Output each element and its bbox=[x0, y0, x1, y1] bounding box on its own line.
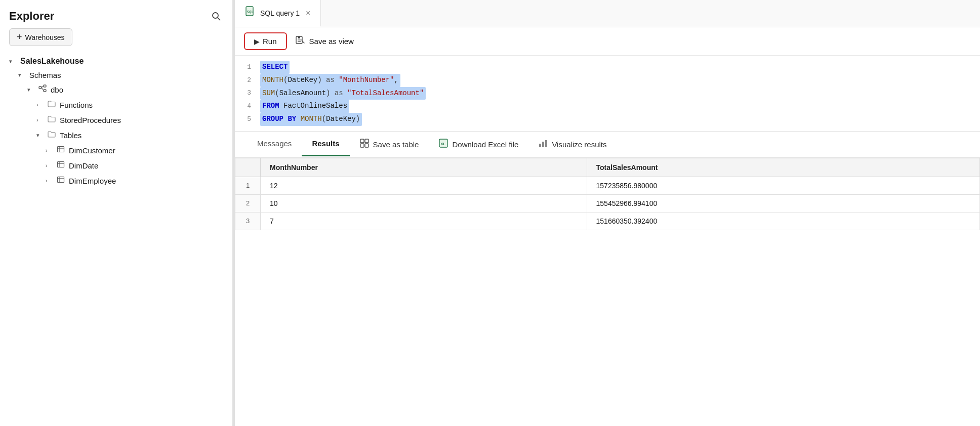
chevron-down-icon: ▾ bbox=[9, 58, 18, 65]
visualize-results-button[interactable]: Visualize results bbox=[528, 132, 617, 157]
tree-item-tables[interactable]: ▾ Tables bbox=[0, 127, 232, 143]
tree-item-functions[interactable]: › Functions bbox=[0, 97, 232, 112]
svg-rect-28 bbox=[539, 144, 541, 147]
dimdate-label: DimDate bbox=[69, 161, 98, 170]
results-tabs: Messages Results Save as table XL Downlo… bbox=[235, 132, 980, 158]
cell-month-2: 10 bbox=[261, 194, 587, 212]
line-number: 4 bbox=[235, 101, 260, 112]
tree-item-schemas[interactable]: ▾ Schemas bbox=[0, 68, 232, 82]
chevron-down-icon: ▾ bbox=[36, 132, 46, 139]
code-line-4: 4 FROM FactOnlineSales bbox=[235, 100, 980, 113]
table-icon bbox=[57, 176, 65, 186]
chart-icon bbox=[539, 139, 548, 150]
cell-total-1: 157235856.980000 bbox=[587, 177, 979, 194]
line-number: 1 bbox=[235, 62, 260, 73]
add-warehouses-button[interactable]: + Warehouses bbox=[9, 28, 72, 46]
add-warehouses-label: Warehouses bbox=[25, 33, 65, 41]
code-line-5: 5 GROUP BY MONTH(DateKey) bbox=[235, 113, 980, 126]
run-button[interactable]: ▶ Run bbox=[244, 32, 287, 50]
code-text: SUM(SalesAmount) as "TotalSalesAmount" bbox=[260, 87, 426, 100]
code-text: FROM FactOnlineSales bbox=[260, 100, 349, 113]
svg-rect-4 bbox=[44, 90, 46, 92]
tree: ▾ SalesLakehouse ▾ Schemas ▾ dbo › Funct… bbox=[0, 52, 232, 188]
tree-item-dbo[interactable]: ▾ dbo bbox=[0, 82, 232, 97]
line-number: 5 bbox=[235, 114, 260, 125]
col-header-rownum bbox=[235, 158, 261, 177]
results-area: Messages Results Save as table XL Downlo… bbox=[235, 132, 980, 426]
dimemployee-label: DimEmployee bbox=[69, 177, 116, 185]
folder-icon bbox=[48, 115, 56, 125]
chevron-right-icon: › bbox=[36, 102, 46, 108]
code-editor[interactable]: 1 SELECT 2 MONTH(DateKey) as "MonthNumbe… bbox=[235, 56, 980, 132]
toolbar: ▶ Run Save as view bbox=[235, 27, 980, 56]
save-view-label: Save as view bbox=[309, 37, 354, 46]
tree-item-dimemployee[interactable]: › DimEmployee bbox=[0, 173, 232, 188]
cell-total-3: 151660350.392400 bbox=[587, 212, 979, 230]
chevron-down-icon: ▾ bbox=[18, 72, 27, 78]
code-text: GROUP BY MONTH(DateKey) bbox=[260, 113, 362, 126]
tree-item-dimdate[interactable]: › DimDate bbox=[0, 158, 232, 173]
svg-rect-29 bbox=[542, 142, 544, 147]
tree-item-saleslakehouse[interactable]: ▾ SalesLakehouse bbox=[0, 54, 232, 68]
tab-results[interactable]: Results bbox=[302, 132, 349, 156]
svg-rect-10 bbox=[58, 162, 64, 167]
schema-icon bbox=[38, 84, 47, 95]
svg-rect-25 bbox=[365, 144, 369, 147]
cell-month-1: 12 bbox=[261, 177, 587, 194]
row-num-3: 3 bbox=[235, 212, 261, 230]
col-header-totalsalesamount: TotalSalesAmount bbox=[587, 158, 979, 177]
play-icon: ▶ bbox=[254, 37, 260, 46]
download-excel-button[interactable]: XL Download Excel file bbox=[429, 132, 528, 157]
svg-text:SQL: SQL bbox=[247, 10, 254, 14]
svg-rect-3 bbox=[44, 85, 46, 87]
tree-item-storedprocedures[interactable]: › StoredProcedures bbox=[0, 112, 232, 127]
messages-tab-label: Messages bbox=[257, 139, 292, 148]
tree-item-dimcustomer[interactable]: › DimCustomer bbox=[0, 143, 232, 158]
dimcustomer-label: DimCustomer bbox=[69, 146, 115, 155]
save-as-table-button[interactable]: Save as table bbox=[350, 132, 429, 157]
search-button[interactable] bbox=[209, 9, 223, 23]
table-row: 2 10 155452966.994100 bbox=[235, 194, 980, 212]
sidebar: Explorer + Warehouses ▾ SalesLakehouse ▾… bbox=[0, 0, 233, 426]
svg-rect-2 bbox=[39, 87, 42, 89]
code-line-2: 2 MONTH(DateKey) as "MonthNumber", bbox=[235, 74, 980, 87]
table-row: 1 12 157235856.980000 bbox=[235, 177, 980, 194]
main-area: SQL SQL query 1 × ▶ Run Save as view 1 S… bbox=[235, 0, 980, 426]
schemas-label: Schemas bbox=[29, 71, 61, 79]
dbo-label: dbo bbox=[51, 86, 63, 94]
table-header-row: MonthNumber TotalSalesAmount bbox=[235, 158, 980, 177]
code-text: MONTH(DateKey) as "MonthNumber", bbox=[260, 74, 400, 87]
row-num-2: 2 bbox=[235, 194, 261, 212]
tab-bar: SQL SQL query 1 × bbox=[235, 0, 980, 27]
results-table: MonthNumber TotalSalesAmount 1 12 157235… bbox=[235, 158, 980, 230]
save-as-table-label: Save as table bbox=[373, 140, 419, 149]
sidebar-header: Explorer bbox=[0, 0, 232, 28]
chevron-right-icon: › bbox=[46, 147, 55, 153]
save-view-button[interactable]: Save as view bbox=[295, 35, 354, 48]
code-text: SELECT bbox=[260, 61, 290, 74]
svg-rect-30 bbox=[545, 140, 547, 147]
chevron-right-icon: › bbox=[46, 178, 55, 184]
table-icon bbox=[57, 145, 65, 155]
search-icon bbox=[211, 11, 221, 21]
tab-label: SQL query 1 bbox=[260, 9, 300, 17]
download-excel-label: Download Excel file bbox=[452, 140, 518, 149]
results-tab-label: Results bbox=[312, 139, 339, 148]
svg-rect-24 bbox=[360, 144, 364, 147]
tab-messages[interactable]: Messages bbox=[247, 132, 302, 156]
chevron-right-icon: › bbox=[36, 117, 46, 123]
svg-line-1 bbox=[218, 18, 220, 20]
cell-month-3: 7 bbox=[261, 212, 587, 230]
tab-close-button[interactable]: × bbox=[306, 9, 310, 18]
plus-icon: + bbox=[17, 32, 22, 42]
chevron-right-icon: › bbox=[46, 162, 55, 168]
svg-rect-7 bbox=[58, 147, 64, 152]
line-number: 2 bbox=[235, 75, 260, 86]
sql-query-tab[interactable]: SQL SQL query 1 × bbox=[235, 0, 321, 27]
folder-icon bbox=[48, 130, 56, 140]
svg-rect-22 bbox=[360, 139, 364, 143]
save-view-icon bbox=[295, 35, 305, 48]
storedprocedures-label: StoredProcedures bbox=[60, 116, 121, 124]
saleslakehouse-label: SalesLakehouse bbox=[20, 57, 84, 66]
functions-label: Functions bbox=[60, 101, 93, 109]
